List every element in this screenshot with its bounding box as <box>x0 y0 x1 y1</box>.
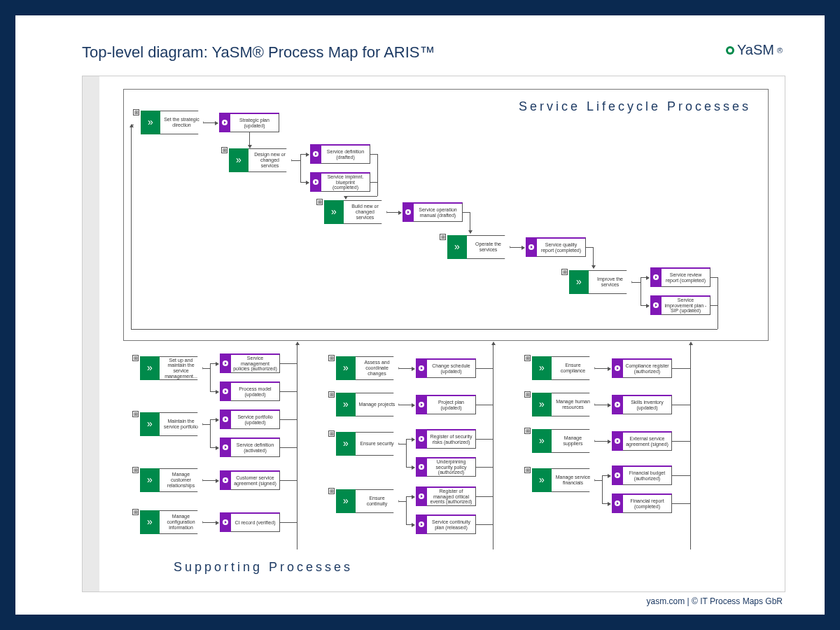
process-label: Manage configuration information <box>160 510 203 534</box>
connector <box>300 154 309 155</box>
expand-icon[interactable]: ⊞ <box>524 467 531 473</box>
process-build-services[interactable]: ⊞ Build new or changed services <box>324 200 387 224</box>
doc-service-definition-activated[interactable]: Service definition (activated) <box>220 438 280 457</box>
connector <box>602 475 610 476</box>
doc-compliance-register[interactable]: Compliance register (authorized) <box>612 358 672 378</box>
expand-icon[interactable]: ⊞ <box>132 411 139 417</box>
document-icon <box>650 295 662 315</box>
doc-financial-report[interactable]: Financial report (completed) <box>612 493 672 513</box>
process-label: Design new or changed services <box>248 148 292 172</box>
doc-label: Service management policies (authorized) <box>231 354 280 373</box>
connector <box>710 305 718 306</box>
connector <box>595 405 610 405</box>
expand-icon[interactable]: ⊞ <box>316 199 323 205</box>
doc-sip[interactable]: Service improvement plan - SIP (updated) <box>650 295 710 315</box>
doc-financial-budget[interactable]: Financial budget (authorized) <box>612 465 672 485</box>
document-icon <box>220 410 231 429</box>
process-customer-relationships[interactable]: ⊞ Manage customer relationships <box>140 468 203 492</box>
process-service-financials[interactable]: ⊞ Manage service financials <box>532 468 595 492</box>
document-icon <box>310 172 321 192</box>
expand-icon[interactable]: ⊞ <box>133 109 139 115</box>
expand-icon[interactable]: ⊞ <box>328 488 335 494</box>
process-label: Manage human resources <box>552 393 595 416</box>
connector <box>280 391 297 392</box>
expand-icon[interactable]: ⊞ <box>524 428 531 434</box>
process-operate-services[interactable]: ⊞ Operate the services <box>447 235 510 259</box>
process-human-resources[interactable]: ⊞ Manage human resources <box>532 393 595 416</box>
expand-icon[interactable]: ⊞ <box>221 147 227 153</box>
expand-icon[interactable]: ⊞ <box>561 269 568 275</box>
document-icon <box>220 382 231 401</box>
document-icon <box>612 395 623 414</box>
process-manage-suppliers[interactable]: ⊞ Manage suppliers <box>532 429 595 453</box>
process-ensure-security[interactable]: ⊞ Ensure security <box>336 432 399 456</box>
connector <box>406 439 407 467</box>
process-configuration[interactable]: ⊞ Manage configuration information <box>140 510 203 534</box>
connector <box>300 182 309 183</box>
connector <box>210 391 218 392</box>
document-icon <box>310 144 321 164</box>
doc-service-blueprint[interactable]: Service implmnt. blueprint (completed) <box>310 172 370 192</box>
chevron-icon <box>336 432 356 456</box>
process-maintain-sms[interactable]: ⊞ Set up and maintain the service manage… <box>140 356 203 380</box>
expand-icon[interactable]: ⊞ <box>524 355 531 361</box>
expand-icon[interactable]: ⊞ <box>132 467 139 473</box>
doc-label: Service continuity plan (released) <box>427 514 476 534</box>
expand-icon[interactable]: ⊞ <box>132 509 139 515</box>
doc-label: Skills inventory (updated) <box>623 395 672 414</box>
expand-icon[interactable]: ⊞ <box>328 391 335 398</box>
doc-operation-manual[interactable]: Service operation manual (drafted) <box>402 202 463 222</box>
process-set-strategic-direction[interactable]: ⊞ Set the strategic direction <box>141 111 204 134</box>
doc-security-policy[interactable]: Underpinning security policy (authorized… <box>416 457 476 477</box>
doc-critical-events[interactable]: Register of managed critical events (aut… <box>416 486 476 506</box>
connector <box>476 467 493 468</box>
process-ensure-continuity[interactable]: ⊞ Ensure continuity <box>336 489 399 513</box>
connector <box>406 439 414 440</box>
doc-change-schedule[interactable]: Change schedule (updated) <box>416 358 476 378</box>
process-manage-projects[interactable]: ⊞ Manage projects <box>336 393 399 416</box>
expand-icon[interactable]: ⊞ <box>328 355 335 361</box>
connector <box>510 247 524 248</box>
doc-continuity-plan[interactable]: Service continuity plan (released) <box>416 514 476 534</box>
doc-customer-agreement[interactable]: Customer service agreement (signed) <box>220 470 280 490</box>
connector <box>345 196 377 197</box>
chevron-icon <box>324 200 344 224</box>
expand-icon[interactable]: ⊞ <box>328 430 335 437</box>
process-label: Ensure continuity <box>356 489 399 513</box>
doc-service-definition-drafted[interactable]: Service definition (drafted) <box>310 144 370 164</box>
connector <box>387 212 401 213</box>
doc-sm-policies[interactable]: Service management policies (authorized) <box>220 354 280 373</box>
doc-ci-record[interactable]: CI record (verified) <box>220 512 280 532</box>
doc-external-agreement[interactable]: External service agreement (signed) <box>612 431 672 451</box>
doc-security-risks[interactable]: Register of security risks (authorized) <box>416 429 476 449</box>
brand-logo: YaSM® <box>726 42 783 58</box>
connector <box>640 277 649 278</box>
doc-label: Service definition (drafted) <box>321 144 370 164</box>
doc-skills-inventory[interactable]: Skills inventory (updated) <box>612 395 672 414</box>
chevron-icon <box>336 356 356 380</box>
process-ensure-compliance[interactable]: ⊞ Ensure compliance <box>532 356 595 380</box>
doc-review-report[interactable]: Service review report (completed) <box>650 267 710 287</box>
document-icon <box>219 113 230 132</box>
process-improve-services[interactable]: ⊞ Improve the services <box>569 270 632 294</box>
doc-process-model[interactable]: Process model (updated) <box>220 382 280 401</box>
connector <box>672 503 690 504</box>
process-assess-changes[interactable]: ⊞ Assess and coordinate changes <box>336 356 399 380</box>
expand-icon[interactable]: ⊞ <box>524 391 531 398</box>
doc-project-plan[interactable]: Project plan (updated) <box>416 395 476 414</box>
expand-icon[interactable]: ⊞ <box>132 355 139 361</box>
process-design-services[interactable]: ⊞ Design new or changed services <box>229 148 292 172</box>
connector <box>300 154 301 182</box>
logo-icon <box>726 46 734 55</box>
process-label: Assess and coordinate changes <box>356 356 399 380</box>
process-label: Maintain the service portfolio <box>160 412 203 436</box>
chevron-icon <box>140 510 160 534</box>
process-maintain-portfolio[interactable]: ⊞ Maintain the service portfolio <box>140 412 203 436</box>
expand-icon[interactable]: ⊞ <box>440 234 446 240</box>
document-icon <box>416 486 427 506</box>
chevron-icon <box>336 489 356 513</box>
doc-strategic-plan[interactable]: Strategic plan (updated) <box>219 113 279 132</box>
connector <box>690 363 691 550</box>
doc-service-portfolio[interactable]: Service portfolio (updated) <box>220 410 280 429</box>
doc-quality-report[interactable]: Service quality report (completed) <box>526 237 586 257</box>
